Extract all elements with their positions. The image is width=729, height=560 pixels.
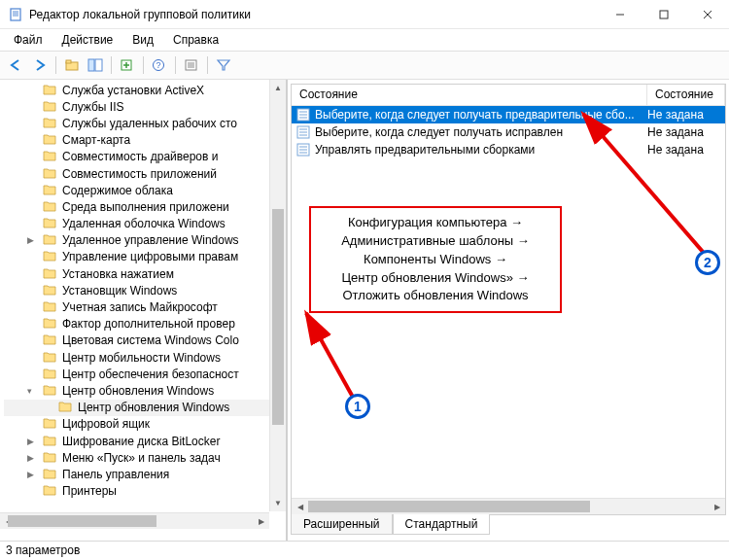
folder-icon (58, 401, 74, 414)
list-row[interactable]: Выберите, когда следует получать предвар… (292, 106, 725, 123)
tree-item[interactable]: Цветовая система Windows Colo (4, 332, 284, 349)
chevron-right-icon[interactable]: ▶ (27, 437, 39, 446)
folder-icon (43, 435, 58, 448)
tree-item[interactable]: Служба установки ActiveX (4, 82, 284, 98)
tree-item[interactable]: Центр обеспечения безопасност (4, 366, 284, 382)
tree-vertical-scrollbar[interactable]: ▲ ▼ (269, 80, 286, 511)
tree-item-label: Среда выполнения приложени (62, 200, 229, 214)
setting-label: Управлять предварительными сборками (315, 143, 647, 157)
tree-item[interactable]: Учетная запись Майкрософт (4, 298, 284, 315)
tree-item-label: Учетная запись Майкрософт (62, 300, 218, 314)
menu-action[interactable]: Действие (54, 31, 122, 49)
folder-icon (43, 333, 58, 347)
tree-item[interactable]: Управление цифровыми правам (4, 249, 284, 265)
tree-item[interactable]: Службы IIS (4, 98, 284, 115)
properties-button[interactable] (181, 54, 202, 76)
column-name[interactable]: Состояние (292, 85, 647, 105)
settings-list: Состояние Состояние Выберите, когда след… (291, 84, 726, 515)
list-row[interactable]: Управлять предварительными сборкамиНе за… (292, 141, 725, 158)
tree-item-label: Службы IIS (62, 100, 123, 114)
tree-item[interactable]: ▶Меню «Пуск» и панель задач (4, 449, 284, 466)
scroll-thumb[interactable] (308, 501, 590, 512)
scroll-right-icon[interactable]: ▶ (253, 513, 269, 529)
folder-icon (43, 84, 58, 97)
tree-item[interactable]: Совместимость приложений (4, 165, 284, 182)
tree-item-label: Центр обновления Windows (62, 384, 214, 398)
close-button[interactable] (685, 0, 729, 28)
tree-item[interactable]: Совместимость драйверов и (4, 149, 284, 165)
filter-button[interactable] (213, 54, 234, 76)
tree-item[interactable]: Службы удаленных рабочих сто (4, 115, 284, 131)
tree-horizontal-scrollbar[interactable]: ◀ ▶ (0, 512, 269, 529)
tree-item[interactable]: Центр обновления Windows (4, 400, 284, 416)
tab-standard[interactable]: Стандартный (393, 514, 491, 535)
tree-item[interactable]: Установщик Windows (4, 282, 284, 298)
tree-item-label: Панель управления (62, 468, 169, 481)
tree-item-label: Установщик Windows (62, 284, 177, 298)
tree-item[interactable]: ▶Шифрование диска BitLocker (4, 433, 284, 449)
help-button[interactable]: ? (149, 54, 170, 76)
scroll-up-icon[interactable]: ▲ (270, 80, 286, 96)
setting-icon (295, 125, 311, 139)
svg-rect-0 (11, 9, 20, 20)
scroll-left-icon[interactable]: ◀ (292, 499, 308, 514)
chevron-down-icon[interactable]: ▾ (27, 386, 39, 396)
tree-item[interactable]: Смарт-карта (4, 132, 284, 149)
tree-item[interactable]: Центр мобильности Windows (4, 349, 284, 366)
show-hide-tree-button[interactable] (85, 54, 106, 76)
back-button[interactable] (6, 54, 27, 76)
folder-icon (43, 484, 58, 498)
up-level-button[interactable] (61, 54, 83, 76)
menu-view[interactable]: Вид (124, 31, 161, 49)
list-horizontal-scrollbar[interactable]: ◀ ▶ (292, 498, 725, 514)
maximize-button[interactable] (642, 0, 685, 28)
callout-2: 2 (695, 250, 720, 275)
minimize-button[interactable] (598, 0, 642, 28)
scroll-thumb[interactable] (272, 209, 284, 425)
window-title: Редактор локальной групповой политики (29, 8, 598, 21)
chevron-right-icon[interactable]: ▶ (27, 470, 39, 479)
tab-extended[interactable]: Расширенный (291, 514, 393, 535)
list-row[interactable]: Выберите, когда следует получать исправл… (292, 123, 725, 141)
tree-item[interactable]: ▶Панель управления (4, 466, 284, 482)
chevron-right-icon[interactable]: ▶ (27, 235, 39, 245)
callout-1: 1 (345, 394, 370, 419)
tree-item-label: Центр обеспечения безопасност (62, 368, 239, 381)
tree-item[interactable]: Содержимое облака (4, 182, 284, 198)
tree-item-label: Совместимость приложений (62, 167, 217, 181)
tree-item[interactable]: Удаленная оболочка Windows (4, 216, 284, 232)
chevron-right-icon[interactable]: ▶ (27, 453, 39, 463)
main-split: Служба установки ActiveXСлужбы IISСлужбы… (0, 80, 729, 541)
tree-item[interactable]: Цифровой ящик (4, 416, 284, 433)
status-text: 3 параметров (6, 543, 80, 557)
tree-item[interactable]: Фактор дополнительной провер (4, 316, 284, 332)
folder-icon (43, 384, 58, 398)
folder-icon (43, 267, 58, 281)
svg-line-32 (306, 313, 355, 401)
setting-icon (295, 108, 311, 122)
folder-icon (43, 167, 58, 181)
scroll-thumb[interactable] (8, 515, 156, 527)
column-state[interactable]: Состояние (647, 85, 725, 105)
tree-item[interactable]: Принтеры (4, 483, 284, 500)
folder-icon (43, 284, 58, 298)
annotation-line: Отложить обновления Windows (321, 287, 550, 305)
tree-item-label: Установка нажатием (62, 267, 174, 281)
scroll-right-icon[interactable]: ▶ (709, 499, 725, 514)
tree-item[interactable]: ▶Удаленное управление Windows (4, 232, 284, 249)
forward-button[interactable] (29, 54, 51, 76)
window-controls (598, 0, 729, 28)
folder-icon (43, 317, 58, 331)
policy-tree[interactable]: Служба установки ActiveXСлужбы IISСлужбы… (0, 80, 286, 529)
setting-icon (295, 143, 311, 157)
export-list-button[interactable] (117, 54, 138, 76)
tree-item[interactable]: Установка нажатием (4, 265, 284, 282)
menu-file[interactable]: Файл (6, 31, 51, 49)
menu-help[interactable]: Справка (165, 31, 226, 49)
tree-item[interactable]: ▾Центр обновления Windows (4, 382, 284, 399)
tree-item-label: Службы удаленных рабочих сто (62, 117, 237, 130)
toolbar: ? (0, 51, 729, 80)
tree-item[interactable]: Среда выполнения приложени (4, 198, 284, 215)
scroll-down-icon[interactable]: ▼ (270, 495, 286, 511)
folder-icon (43, 184, 58, 197)
